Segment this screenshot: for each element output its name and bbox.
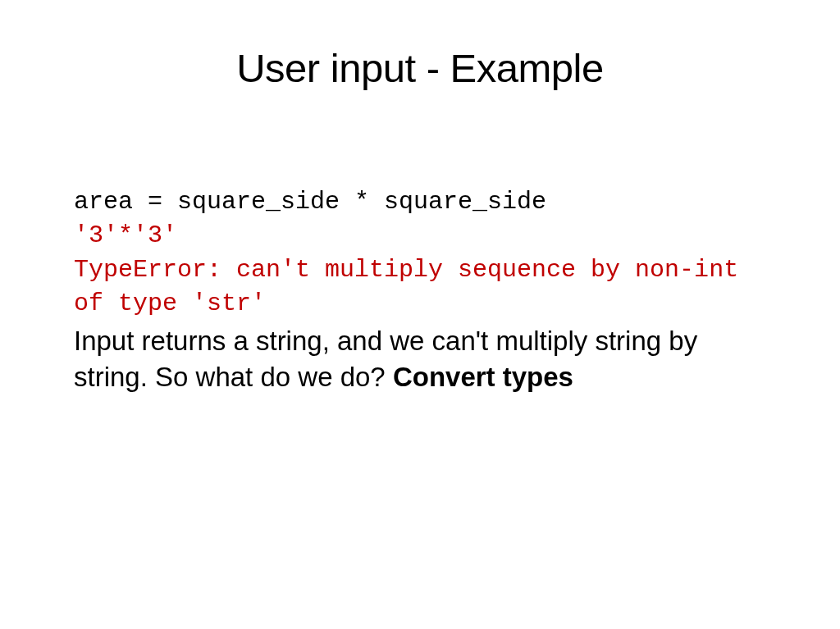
explanation-text: Input returns a string, and we can't mul… [74,323,766,396]
slide-title: User input - Example [74,45,766,91]
explanation-normal: Input returns a string, and we can't mul… [74,326,697,393]
code-expression: area = square_side * square_side [74,185,766,219]
error-message: TypeError: can't multiply sequence by no… [74,253,766,321]
slide-container: User input - Example area = square_side … [0,0,840,629]
error-input: '3'*'3' [74,219,766,253]
slide-content: area = square_side * square_side '3'*'3'… [74,185,766,396]
explanation-bold: Convert types [393,362,573,392]
